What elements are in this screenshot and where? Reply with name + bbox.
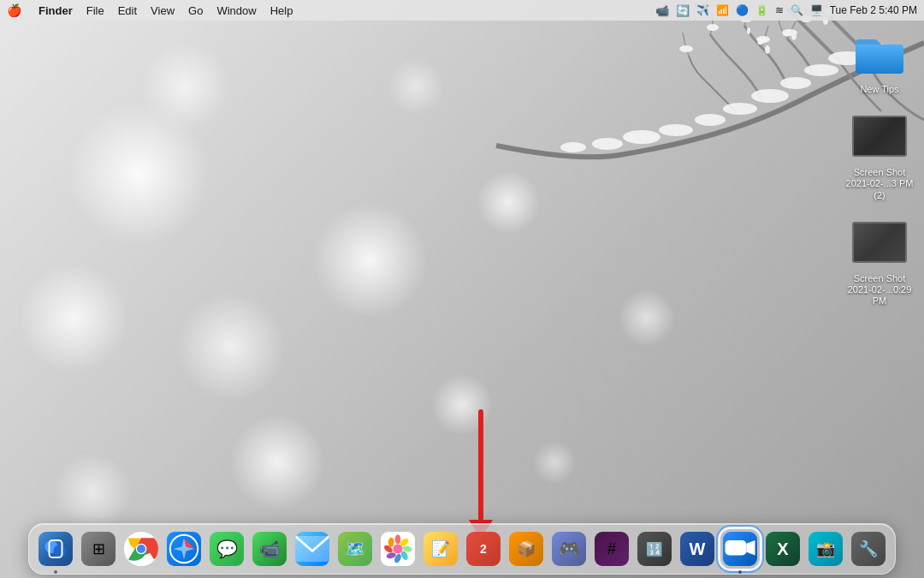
dock-app-zoom[interactable] [720, 529, 760, 569]
dock-app-slack[interactable]: # [592, 529, 631, 569]
dock-app-launchpad[interactable]: ⊞ [79, 529, 118, 569]
svg-point-7 [659, 124, 693, 136]
sync-icon[interactable]: 🔄 [676, 4, 690, 17]
battery-icon[interactable]: 🔋 [755, 4, 768, 16]
red-arrow [469, 409, 493, 539]
dock-app-deliveries[interactable]: 📦 [506, 529, 546, 569]
dock-app-reminders[interactable]: 2 [464, 529, 503, 569]
menubar-right: 📹 🔄 ✈️ 📶 🔵 🔋 ≋ 🔍 🖥️ Tue Feb 2 5:40 PM [655, 4, 917, 17]
dock: ⊞ 💬 📹 [28, 523, 896, 575]
meet-icon[interactable]: 📹 [655, 4, 669, 17]
dock-app-calculator[interactable]: 🔢 [635, 529, 674, 569]
svg-point-21 [747, 27, 750, 34]
window-menu[interactable]: Window [216, 4, 256, 17]
dock-app-messages[interactable]: 💬 [207, 529, 246, 569]
bluetooth-icon[interactable]: 🔵 [736, 4, 749, 16]
menubar: 🍎 Finder File Edit View Go Window Help 📹… [0, 0, 924, 21]
go-menu[interactable]: Go [188, 4, 203, 17]
menubar-left: 🍎 Finder File Edit View Go Window Help [7, 3, 293, 17]
dock-app-excel[interactable]: X [763, 529, 803, 569]
dock-app-facetime[interactable]: 📹 [250, 529, 289, 569]
svg-marker-42 [747, 540, 755, 556]
datetime-display: Tue Feb 2 5:40 PM [830, 4, 917, 16]
svg-point-2 [804, 64, 838, 76]
dock-app-toolbox[interactable]: 🔧 [849, 529, 888, 569]
help-menu[interactable]: Help [270, 4, 293, 17]
svg-point-17 [679, 45, 693, 52]
arrow-shaft [478, 409, 483, 521]
apple-menu[interactable]: 🍎 [7, 3, 21, 17]
screen-icon[interactable]: 🖥️ [810, 4, 823, 16]
screenshot-1-icon[interactable]: Screen Shot 2021-02-...3 PM (2) [845, 109, 914, 201]
airdrop-icon[interactable]: ✈️ [696, 4, 709, 16]
svg-point-32 [393, 544, 402, 553]
svg-point-8 [623, 130, 660, 144]
screenshot-2-icon[interactable]: Screen Shot 2021-02-...0:29 PM [845, 215, 914, 307]
svg-point-14 [756, 36, 770, 43]
screenshot-1-label: Screen Shot 2021-02-...3 PM (2) [845, 167, 914, 201]
dock-app-zoom-small[interactable]: 🗺️ [335, 529, 375, 569]
desktop-icons: New Tips Screen Shot 2021-02-...3 PM (2)… [845, 26, 914, 307]
svg-point-40 [388, 538, 394, 547]
view-menu[interactable]: View [151, 4, 175, 17]
edit-menu[interactable]: Edit [118, 4, 137, 17]
svg-point-4 [751, 89, 789, 103]
wifi-icon2[interactable]: ≋ [775, 4, 784, 16]
dock-app-chrome[interactable] [121, 529, 161, 569]
file-menu[interactable]: File [86, 4, 104, 17]
screenshot-2-label: Screen Shot 2021-02-...0:29 PM [845, 273, 914, 307]
svg-point-33 [395, 534, 401, 544]
new-tips-label: New Tips [860, 84, 898, 95]
dock-app-photos[interactable] [378, 529, 418, 569]
wifi-icon[interactable]: 📶 [716, 4, 729, 16]
svg-point-5 [723, 103, 757, 115]
app-name-menu[interactable]: Finder [38, 4, 73, 17]
svg-point-6 [695, 114, 726, 126]
dock-app-word[interactable]: W [678, 529, 717, 569]
new-tips-folder[interactable]: New Tips [845, 26, 914, 95]
dock-app-mail[interactable] [293, 529, 332, 569]
svg-point-3 [780, 77, 811, 89]
svg-point-16 [707, 24, 719, 31]
svg-point-10 [560, 142, 586, 152]
dock-app-notes[interactable]: 📝 [421, 529, 460, 569]
svg-point-19 [791, 32, 797, 40]
svg-point-27 [137, 545, 145, 553]
dock-app-screenshot[interactable]: 📸 [806, 529, 845, 569]
svg-point-9 [592, 138, 623, 150]
dock-app-discord[interactable]: 🎮 [549, 529, 589, 569]
svg-point-20 [765, 45, 770, 54]
dock-app-finder[interactable] [36, 529, 75, 569]
svg-rect-41 [726, 540, 747, 556]
dock-app-safari[interactable] [164, 529, 204, 569]
search-icon[interactable]: 🔍 [791, 4, 803, 16]
svg-marker-29 [174, 539, 195, 560]
svg-point-23 [54, 545, 67, 557]
